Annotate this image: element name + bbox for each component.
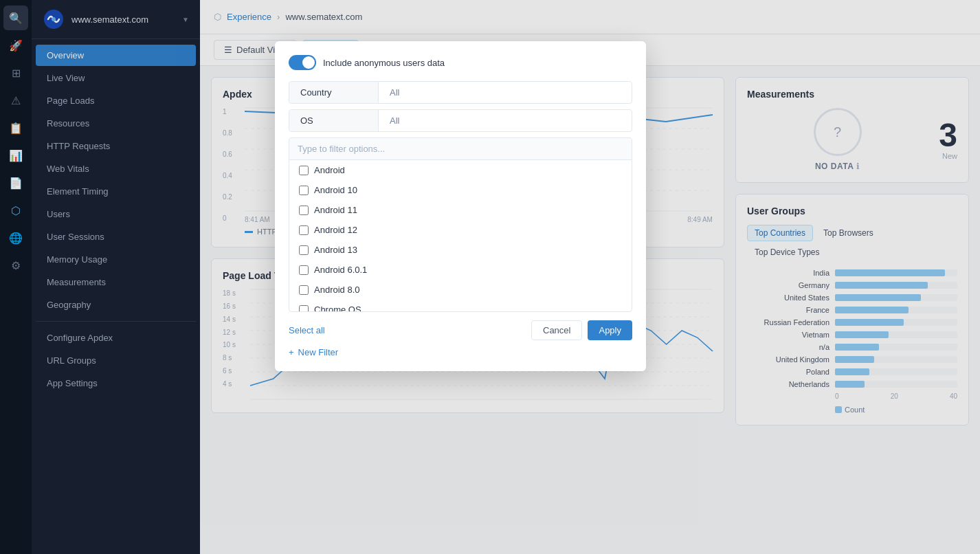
- filter-option-android12[interactable]: Android 12: [289, 220, 632, 240]
- android13-checkbox[interactable]: [299, 245, 309, 255]
- android12-checkbox[interactable]: [299, 225, 309, 235]
- new-filter-button[interactable]: + New Filter: [289, 347, 632, 357]
- filter-dropdown: Android Android 10 Android 11 Android 12…: [289, 137, 632, 312]
- os-filter-value[interactable]: All: [379, 110, 632, 131]
- filter-search-input[interactable]: [289, 138, 632, 160]
- android10-checkbox[interactable]: [299, 186, 309, 195]
- chromeos-label: Chrome OS: [314, 304, 361, 311]
- android-label: Android: [314, 165, 345, 175]
- toggle-label: Include anonymous users data: [323, 58, 445, 68]
- android11-label: Android 11: [314, 205, 357, 215]
- android601-checkbox[interactable]: [299, 265, 309, 275]
- filter-option-android601[interactable]: Android 6.0.1: [289, 260, 632, 280]
- filter-option-android80[interactable]: Android 8.0: [289, 280, 632, 300]
- plus-icon: +: [289, 347, 294, 357]
- country-filter-value[interactable]: All: [379, 82, 632, 103]
- android13-label: Android 13: [314, 245, 357, 255]
- android-checkbox[interactable]: [299, 166, 309, 175]
- android10-label: Android 10: [314, 185, 357, 195]
- filter-panel: Include anonymous users data Country All…: [275, 41, 646, 371]
- filter-option-android[interactable]: Android: [289, 160, 632, 180]
- android80-checkbox[interactable]: [299, 285, 309, 295]
- filter-buttons: Cancel Apply: [531, 320, 632, 340]
- android11-checkbox[interactable]: [299, 206, 309, 215]
- filter-option-android13[interactable]: Android 13: [289, 240, 632, 260]
- filter-options-list: Android Android 10 Android 11 Android 12…: [289, 160, 632, 311]
- os-filter-row: OS All: [289, 109, 632, 132]
- filter-option-chromeos[interactable]: Chrome OS: [289, 300, 632, 311]
- apply-button[interactable]: Apply: [588, 320, 632, 340]
- cancel-button[interactable]: Cancel: [531, 320, 582, 340]
- filter-option-android11[interactable]: Android 11: [289, 200, 632, 220]
- select-all-button[interactable]: Select all: [289, 325, 325, 335]
- country-filter-key: Country: [289, 82, 379, 103]
- anonymous-users-toggle[interactable]: [289, 55, 316, 70]
- os-filter-key: OS: [289, 110, 379, 131]
- android80-label: Android 8.0: [314, 285, 360, 295]
- filter-toggle-row: Include anonymous users data: [289, 55, 632, 70]
- chromeos-checkbox[interactable]: [299, 305, 309, 312]
- country-filter-row: Country All: [289, 81, 632, 104]
- filter-option-android10[interactable]: Android 10: [289, 180, 632, 200]
- toggle-knob: [302, 56, 315, 69]
- android12-label: Android 12: [314, 225, 357, 235]
- filter-actions: Select all Cancel Apply: [289, 320, 632, 340]
- android601-label: Android 6.0.1: [314, 265, 367, 275]
- new-filter-label: New Filter: [298, 347, 339, 357]
